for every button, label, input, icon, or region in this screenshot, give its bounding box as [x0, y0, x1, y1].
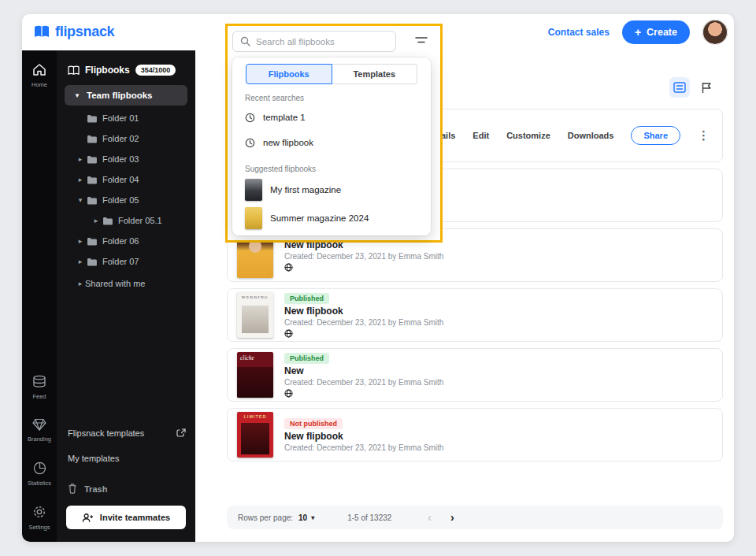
- suggested-flipbook-item[interactable]: Summer magazine 2024: [232, 204, 431, 232]
- icon-rail: Home Feed Branding Statistics Settings: [22, 50, 57, 542]
- caret-right-icon[interactable]: ▸: [76, 280, 85, 287]
- rail-label-statistics: Statistics: [22, 480, 57, 487]
- caret-right-icon[interactable]: ▸: [91, 217, 101, 224]
- tab-templates[interactable]: Templates: [332, 64, 418, 84]
- customize-action[interactable]: Customize: [506, 131, 550, 140]
- search-input[interactable]: [256, 37, 388, 46]
- search-dropdown: Flipbooks Templates Recent searches temp…: [232, 57, 431, 235]
- flipbook-thumbnail[interactable]: LIMITED: [237, 412, 273, 458]
- folder-label: Folder 04: [102, 175, 139, 184]
- flipbook-info: Published New flipbook Created: December…: [284, 289, 443, 341]
- pagination-bar: Rows per page: 10 ▾ 1-5 of 13232 ‹ ›: [227, 506, 723, 529]
- flipbook-created-info: Created: December 23, 2021 by Emma Smith: [284, 318, 443, 327]
- kebab-menu-icon[interactable]: ⋮: [698, 128, 710, 143]
- folder-icon: [87, 135, 97, 143]
- flipsnack-app-window: flipsnack Contact sales + Create Home Fe…: [22, 14, 734, 542]
- flipbook-thumbnail[interactable]: cliche: [237, 352, 273, 398]
- filter-button[interactable]: [415, 35, 428, 45]
- book-icon: [68, 65, 80, 76]
- flipbook-created-info: Created: December 23, 2021 by Emma Smith: [284, 378, 443, 387]
- folder-label: Folder 05: [102, 195, 139, 205]
- recent-search-item[interactable]: template 1: [232, 105, 431, 130]
- sidebar-folder-03[interactable]: ▸ Folder 03: [57, 150, 195, 169]
- caret-down-icon[interactable]: ▾: [76, 196, 85, 204]
- flipbook-title[interactable]: New flipbook: [284, 431, 443, 442]
- flipbook-row[interactable]: WEDDING Published New flipbook Created: …: [227, 288, 723, 342]
- flipbook-row[interactable]: LIMITED Not published New flipbook Creat…: [227, 408, 723, 461]
- feed-icon: [32, 375, 46, 388]
- trash-label: Trash: [84, 484, 107, 494]
- downloads-action[interactable]: Downloads: [568, 131, 614, 140]
- flipsnack-logo[interactable]: flipsnack: [33, 24, 114, 40]
- share-button[interactable]: Share: [631, 126, 680, 145]
- recent-search-text: new flipbook: [263, 138, 313, 147]
- flag-view-icon: [701, 82, 712, 94]
- create-button[interactable]: + Create: [622, 20, 690, 44]
- edit-action[interactable]: Edit: [472, 131, 489, 140]
- rail-item-statistics[interactable]: Statistics: [22, 461, 57, 487]
- contact-sales-link[interactable]: Contact sales: [548, 27, 610, 38]
- folder-icon: [87, 258, 97, 266]
- rows-per-page-label: Rows per page:: [238, 513, 293, 522]
- statistics-pie-icon: [33, 461, 46, 475]
- status-badge: Published: [284, 353, 329, 364]
- prev-page-button[interactable]: ‹: [428, 511, 432, 524]
- sidebar-item-shared-with-me[interactable]: ▸ Shared with me: [57, 274, 195, 293]
- rail-item-settings[interactable]: Settings: [22, 505, 57, 531]
- sidebar-item-team-flipbooks[interactable]: ▾ Team flipbooks: [65, 85, 187, 106]
- add-person-icon: [82, 513, 94, 523]
- suggested-flipbook-item[interactable]: My first magazine: [232, 176, 431, 204]
- tab-flipbooks[interactable]: Flipbooks: [246, 64, 332, 84]
- sidebar-folder-01[interactable]: Folder 01: [57, 109, 195, 128]
- clock-icon: [245, 113, 255, 123]
- rail-item-feed[interactable]: Feed: [22, 375, 57, 400]
- thumbnail-cover-text: cliche: [240, 354, 273, 361]
- caret-right-icon[interactable]: ▸: [76, 237, 85, 245]
- team-flipbooks-label: Team flipbooks: [87, 91, 153, 100]
- flipbook-thumbnail: [245, 207, 262, 229]
- search-bar[interactable]: [232, 31, 396, 52]
- rail-label-settings: Settings: [22, 524, 57, 531]
- sidebar-folder-04[interactable]: ▸ Folder 04: [57, 170, 195, 189]
- flipsnack-logo-icon: [33, 24, 50, 39]
- caret-down-icon[interactable]: ▾: [72, 91, 82, 99]
- filter-icon: [415, 35, 428, 45]
- flipbook-title[interactable]: New flipbook: [284, 306, 443, 317]
- flipbook-title[interactable]: New: [284, 365, 443, 376]
- sidebar-folder-06[interactable]: ▸ Folder 06: [57, 232, 195, 250]
- caret-right-icon[interactable]: ▸: [76, 155, 85, 163]
- rows-per-page-select[interactable]: 10 ▾: [298, 513, 314, 522]
- next-page-button[interactable]: ›: [450, 511, 454, 524]
- invite-teammates-button[interactable]: Invite teammates: [66, 506, 186, 529]
- sidebar-item-trash[interactable]: Trash: [68, 484, 107, 494]
- search-highlight-box: Flipbooks Templates Recent searches temp…: [225, 24, 443, 243]
- sidebar-folder-05-1[interactable]: ▸ Folder 05.1: [57, 211, 195, 230]
- folder-icon: [87, 196, 97, 205]
- caret-down-icon: ▾: [311, 514, 314, 521]
- flipbook-thumbnail[interactable]: WEDDING: [237, 292, 273, 338]
- folder-label: Folder 02: [102, 134, 139, 143]
- sidebar-item-flipsnack-templates[interactable]: Flipsnack templates: [68, 428, 186, 438]
- flipbook-row[interactable]: cliche Published New Created: December 2…: [227, 348, 723, 402]
- list-view-toggle[interactable]: [669, 77, 690, 98]
- flipbook-created-info: Created: December 23, 2021 by Emma Smith: [284, 252, 443, 261]
- sidebar-folder-02[interactable]: Folder 02: [57, 129, 195, 148]
- sidebar-folder-07[interactable]: ▸ Folder 07: [57, 252, 195, 271]
- sidebar-folder-05[interactable]: ▾ Folder 05: [57, 191, 195, 209]
- user-avatar[interactable]: [702, 20, 728, 45]
- rail-label-home: Home: [22, 81, 57, 88]
- sidebar: Flipbooks 354/1000 ▾ Team flipbooks Fold…: [57, 50, 195, 542]
- caret-right-icon[interactable]: ▸: [76, 176, 85, 183]
- topbar-right-group: Contact sales + Create: [548, 20, 728, 45]
- sidebar-item-my-templates[interactable]: My templates: [68, 454, 186, 463]
- suggested-flipbooks-label: Suggested flipbooks: [245, 165, 431, 173]
- external-link-icon: [176, 428, 186, 438]
- recent-search-item[interactable]: new flipbook: [232, 130, 431, 155]
- caret-right-icon[interactable]: ▸: [76, 258, 85, 265]
- flipbooks-section-header[interactable]: Flipbooks 354/1000: [68, 65, 176, 76]
- flipbooks-section-label: Flipbooks: [85, 65, 130, 76]
- rail-item-branding[interactable]: Branding: [22, 418, 57, 443]
- public-globe-icon: [284, 329, 443, 338]
- flag-view-toggle[interactable]: [696, 77, 717, 98]
- rail-item-home[interactable]: Home: [22, 63, 57, 88]
